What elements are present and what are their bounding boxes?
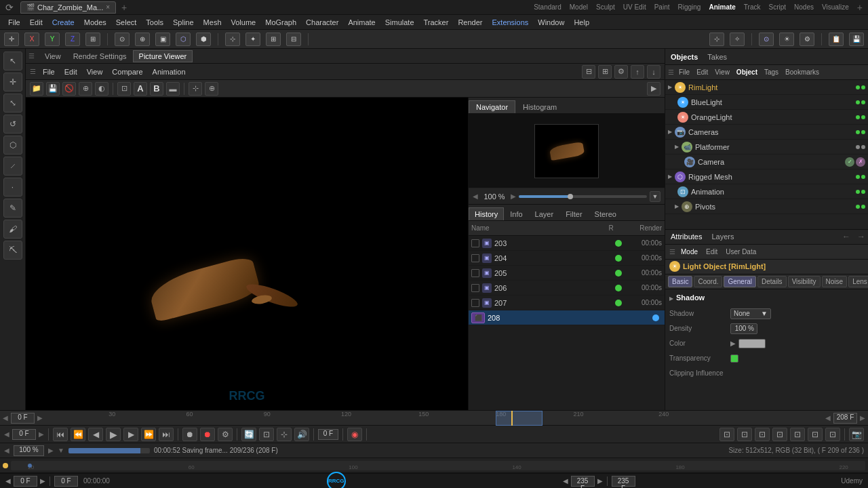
row-203-check[interactable]: [471, 239, 479, 247]
history-row-208[interactable]: ⬛ 208: [469, 310, 665, 325]
tab-filter[interactable]: Filter: [559, 207, 588, 220]
menu-simulate[interactable]: Simulate: [381, 17, 418, 28]
render-btn[interactable]: ⊕: [135, 33, 150, 46]
visualize-btn[interactable]: Visualize: [822, 3, 849, 11]
pb-extra5[interactable]: ⊡: [790, 428, 805, 441]
subtab-basic[interactable]: Basic: [668, 276, 692, 287]
pb-frame-input[interactable]: 0 F: [12, 429, 36, 440]
render-all-btn[interactable]: ⬢: [196, 33, 211, 46]
view-a-btn[interactable]: A: [134, 82, 147, 96]
animate-btn[interactable]: Animate: [709, 3, 735, 11]
pv-right-btn[interactable]: ▶: [647, 82, 660, 96]
rigging-btn[interactable]: Rigging: [677, 3, 701, 11]
row-205-check[interactable]: [471, 269, 479, 277]
pb-something-btn[interactable]: ⊹: [277, 428, 292, 441]
zoom-slider[interactable]: [519, 195, 647, 198]
paint-btn[interactable]: Paint: [654, 3, 670, 11]
obj-row-animation[interactable]: ⊡ Animation: [665, 184, 868, 199]
density-value[interactable]: 100 %: [730, 323, 757, 334]
transform-btn[interactable]: ⊹: [709, 33, 724, 46]
obj-row-platformer[interactable]: ▶ 📹 Platformer: [665, 140, 868, 155]
status-end-next[interactable]: ▶: [597, 477, 603, 485]
tab-close-button[interactable]: ×: [106, 3, 110, 11]
obj-row-bluelight[interactable]: ☀ BlueLight: [665, 95, 868, 110]
pb-record-btn[interactable]: ⏺: [182, 428, 197, 441]
zoom-options-btn[interactable]: ▼: [650, 191, 660, 202]
row-207-check[interactable]: [471, 299, 479, 307]
zoom-decrease-btn[interactable]: ◀: [473, 192, 478, 200]
tool-move[interactable]: ✛: [4, 33, 19, 46]
pb-record2-btn[interactable]: ⏺: [200, 428, 215, 441]
status-frame-end2[interactable]: 235 F: [612, 476, 635, 487]
zoom-pct-input[interactable]: 100 %: [14, 445, 44, 456]
obj-menu-view[interactable]: View: [713, 68, 732, 77]
pv-expand-btn[interactable]: ↑: [631, 65, 644, 79]
tab-attributes[interactable]: Attributes: [668, 231, 705, 242]
pb-extra7[interactable]: ⊡: [825, 428, 840, 441]
pv-menu-view[interactable]: View: [84, 66, 106, 77]
pb-render-btn[interactable]: ◉: [347, 428, 362, 441]
tab-navigator[interactable]: Navigator: [469, 100, 515, 113]
pb-goto-end[interactable]: ⏭: [159, 428, 174, 441]
history-row-206[interactable]: ▣ 206 00:00s: [469, 281, 665, 296]
obj-row-pivots[interactable]: ▶ ⊕ Pivots: [665, 199, 868, 214]
tab-histogram[interactable]: Histogram: [515, 100, 564, 113]
zoom-prev[interactable]: ◀: [4, 447, 9, 454]
pv-menu-file[interactable]: File: [40, 66, 58, 77]
pv-settings-btn[interactable]: ⚙: [614, 65, 628, 79]
render-settings-btn[interactable]: ⚙: [800, 33, 814, 46]
rotate-tool[interactable]: ↺: [3, 115, 22, 134]
pb-extra2[interactable]: ⊡: [737, 428, 752, 441]
menu-help[interactable]: Help: [570, 17, 593, 28]
status-frame-end1[interactable]: 235 F: [571, 476, 595, 487]
grid2-btn[interactable]: ⊟: [286, 33, 301, 46]
tl-prev2-btn[interactable]: ◀: [825, 414, 831, 422]
attr-userdata-btn[interactable]: User Data: [723, 247, 759, 257]
brush-tool[interactable]: ✎: [3, 199, 22, 218]
status-prev-btn[interactable]: ◀: [5, 477, 11, 485]
subtab-noise[interactable]: Noise: [822, 276, 848, 287]
obj-menu-tags[interactable]: Tags: [762, 68, 781, 77]
status-frame-start[interactable]: 0 F: [14, 476, 37, 487]
rimlight-expand[interactable]: ▶: [668, 84, 672, 90]
clone-btn[interactable]: ⊕: [79, 82, 92, 96]
render-region-btn[interactable]: ⊙: [115, 33, 130, 46]
pb-next-frame[interactable]: ⏩: [141, 428, 156, 441]
attr-mode-btn[interactable]: Mode: [678, 247, 701, 257]
tl-next-btn[interactable]: ▶: [37, 414, 43, 422]
tab-layers[interactable]: Layers: [709, 231, 736, 242]
tl-next2-btn[interactable]: ▶: [860, 414, 865, 422]
pb-extra4[interactable]: ⊡: [772, 428, 787, 441]
tab-objects[interactable]: Objects: [668, 52, 701, 62]
menu-tracker[interactable]: Tracker: [420, 17, 453, 28]
ipr-btn[interactable]: ▣: [155, 33, 170, 46]
pb-prev-frame[interactable]: ⏪: [71, 428, 85, 441]
camera-btn[interactable]: ⊙: [759, 33, 774, 46]
menu-edit[interactable]: Edit: [26, 17, 47, 28]
obj-menu-file[interactable]: File: [677, 68, 692, 77]
poly-tool[interactable]: ⬡: [3, 136, 22, 155]
menu-select[interactable]: Select: [112, 17, 141, 28]
axis-x-btn[interactable]: X: [24, 33, 39, 46]
tab-stereo[interactable]: Stereo: [589, 207, 623, 220]
pv-menu-compare[interactable]: Compare: [109, 66, 145, 77]
shadow-expand-icon[interactable]: ▶: [669, 296, 673, 302]
sculpt-tool[interactable]: ⛏: [3, 241, 22, 260]
pb-frame-input2[interactable]: 0 F: [318, 429, 338, 440]
standard-btn[interactable]: Standard: [534, 3, 561, 11]
axis-y-btn[interactable]: Y: [45, 33, 60, 46]
tab-info[interactable]: Info: [504, 207, 528, 220]
status-next-btn[interactable]: ▶: [40, 477, 45, 485]
subtab-lens[interactable]: Lens: [848, 276, 868, 287]
status-end-prev[interactable]: ◀: [563, 477, 568, 485]
move-tool[interactable]: ✛: [3, 73, 22, 92]
pb-goto-start[interactable]: ⏮: [53, 428, 68, 441]
pb-extra6[interactable]: ⊡: [808, 428, 823, 441]
row-206-check[interactable]: [471, 284, 479, 292]
pb-play[interactable]: ▶: [106, 428, 121, 441]
zoom-expand-btn[interactable]: ▼: [58, 447, 64, 454]
timeline-track-row[interactable]: 20 60 100 140 180 220: [0, 458, 868, 473]
menu-mesh[interactable]: Mesh: [199, 17, 226, 28]
menu-mograph[interactable]: MoGraph: [261, 17, 300, 28]
alpha-btn[interactable]: ◐: [95, 82, 108, 96]
